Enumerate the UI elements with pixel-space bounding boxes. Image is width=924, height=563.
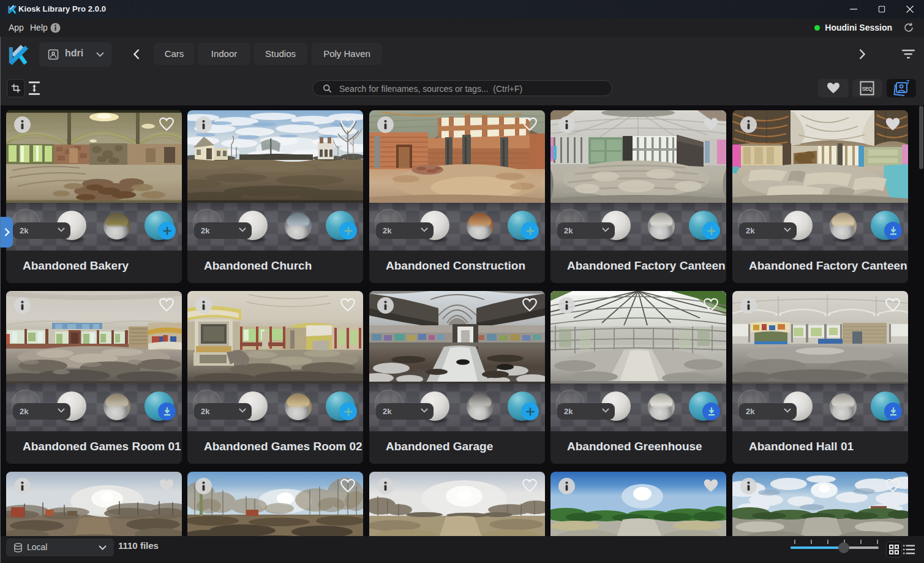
- svg-text:SEQ: SEQ: [862, 86, 873, 92]
- svg-text:T: T: [906, 80, 910, 85]
